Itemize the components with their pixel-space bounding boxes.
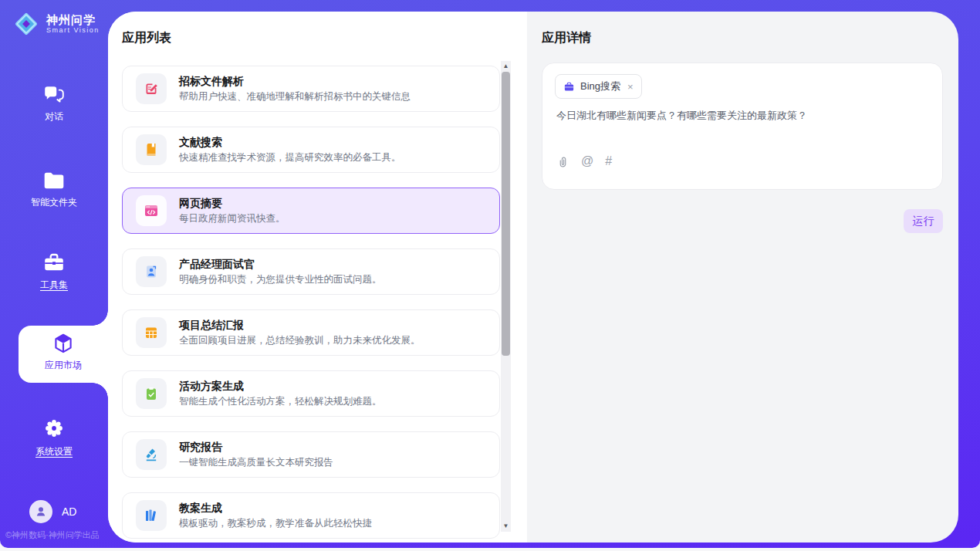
app-card-title: 网页摘要 (179, 197, 286, 210)
app-card-description: 快速精准查找学术资源，提高研究效率的必备工具。 (179, 152, 401, 164)
app-list-title: 应用列表 (122, 30, 171, 46)
run-button[interactable]: 运行 (904, 209, 943, 233)
account-name: AD (62, 505, 76, 518)
brand-subtitle: Smart Vision (46, 26, 100, 35)
account[interactable]: AD (29, 500, 76, 523)
icon-tile (136, 317, 167, 348)
content-area: 应用列表 招标文件解析 帮助用户快速、准确地理解和解析招标书中的关键信息 (108, 12, 958, 543)
app-card-title: 招标文件解析 (179, 75, 411, 88)
edit-document-icon (144, 81, 159, 96)
icon-tile (136, 500, 167, 531)
user-avatar-icon (34, 505, 48, 519)
sidebar-item-app-market[interactable]: 应用市场 (19, 326, 108, 383)
app-card-description: 模板驱动，教案秒成，教学准备从此轻松快捷 (179, 518, 372, 529)
scroll-up-icon[interactable]: ▲ (501, 61, 511, 72)
card-text: 研究报告 一键智能生成高质量长文本研究报告 (179, 441, 333, 468)
close-icon[interactable]: × (627, 81, 634, 93)
sidebar-item-settings[interactable]: 系统设置 (0, 417, 108, 458)
app-cards: 招标文件解析 帮助用户快速、准确地理解和解析招标书中的关键信息 文献搜索 (122, 66, 500, 543)
app-card-description: 智能生成个性化活动方案，轻松解决规划难题。 (179, 396, 382, 407)
books-icon (144, 508, 159, 523)
icon-tile (136, 256, 167, 287)
app-card-title: 教案生成 (179, 502, 372, 515)
microscope-icon (144, 447, 159, 462)
copyright-text: ©神州数码·神州问学出品 (5, 529, 100, 541)
icon-tile (136, 439, 167, 470)
app-card-description: 一键智能生成高质量长文本研究报告 (179, 457, 333, 468)
icon-tile (136, 195, 167, 226)
app-card-web-summary[interactable]: 网页摘要 每日政府新闻资讯快查。 (122, 188, 500, 234)
input-toolbar: @ # (556, 154, 612, 168)
app-card-research-report[interactable]: 研究报告 一键智能生成高质量长文本研究报告 (122, 431, 500, 478)
sidebar-item-label: 工具集 (0, 279, 108, 292)
sidebar-item-smart-folder[interactable]: 智能文件夹 (0, 171, 108, 209)
scrollbar[interactable]: ▲ ▼ (501, 61, 511, 532)
book-icon (144, 142, 159, 157)
card-text: 网页摘要 每日政府新闻资讯快查。 (179, 197, 286, 225)
window-bottom-edge (0, 548, 980, 551)
app-card-description: 每日政府新闻资讯快查。 (179, 213, 286, 225)
app-card-event-plan[interactable]: 活动方案生成 智能生成个性化活动方案，轻松解决规划难题。 (122, 370, 500, 417)
clipboard-check-icon (144, 386, 159, 401)
hash-icon[interactable]: # (605, 154, 612, 168)
sidebar: 神州问学 Smart Vision 对话 智能文件夹 工具 (0, 0, 108, 548)
card-text: 教案生成 模板驱动，教案秒成，教学准备从此轻松快捷 (179, 502, 372, 529)
app-list-panel: 应用列表 招标文件解析 帮助用户快速、准确地理解和解析招标书中的关键信息 (108, 12, 527, 543)
sidebar-item-label: 对话 (0, 110, 108, 123)
briefcase-icon (563, 81, 575, 93)
card-text: 活动方案生成 智能生成个性化活动方案，轻松解决规划难题。 (179, 380, 382, 407)
app-card-pm-interviewer[interactable]: 产品经理面试官 明确身份和职责，为您提供专业性的面试问题。 (122, 248, 500, 295)
card-text: 产品经理面试官 明确身份和职责，为您提供专业性的面试问题。 (179, 258, 382, 286)
sidebar-item-label: 智能文件夹 (0, 196, 108, 209)
cube-icon (52, 332, 75, 357)
card-text: 招标文件解析 帮助用户快速、准确地理解和解析招标书中的关键信息 (179, 75, 411, 103)
tool-tag-bing-search[interactable]: Bing搜索 × (555, 74, 642, 99)
app-card-project-summary[interactable]: 项目总结汇报 全面回顾项目进展，总结经验教训，助力未来优化发展。 (122, 309, 500, 356)
app-card-lesson-plan[interactable]: 教案生成 模板驱动，教案秒成，教学准备从此轻松快捷 (122, 492, 500, 539)
sidebar-item-chat[interactable]: 对话 (0, 83, 108, 123)
sidebar-item-label: 系统设置 (0, 445, 108, 458)
prompt-input[interactable]: 今日湖北有哪些新闻要点？有哪些需要关注的最新政策？ (556, 108, 931, 123)
gear-icon (42, 417, 66, 440)
app-detail-title: 应用详情 (542, 30, 591, 46)
diamond-logo-icon (12, 10, 40, 38)
app-frame: 神州问学 Smart Vision 对话 智能文件夹 工具 (0, 0, 980, 548)
app-card-title: 文献搜索 (179, 136, 401, 149)
webpage-code-icon (144, 203, 159, 218)
app-card-title: 研究报告 (179, 441, 333, 454)
app-card-description: 全面回顾项目进展，总结经验教训，助力未来优化发展。 (179, 335, 421, 346)
app-card-description: 帮助用户快速、准确地理解和解析招标书中的关键信息 (179, 91, 411, 103)
toolbox-icon (42, 252, 66, 273)
icon-tile (136, 134, 167, 165)
app-card-title: 产品经理面试官 (179, 258, 382, 271)
app-card-description: 明确身份和职责，为您提供专业性的面试问题。 (179, 274, 382, 286)
brand-text: 神州问学 Smart Vision (46, 13, 100, 35)
prompt-card: Bing搜索 × 今日湖北有哪些新闻要点？有哪些需要关注的最新政策？ @ # (542, 63, 943, 190)
tool-tag-label: Bing搜索 (580, 79, 620, 93)
folder-icon (42, 171, 66, 191)
summary-grid-icon (144, 325, 159, 340)
app-card-title: 活动方案生成 (179, 380, 382, 393)
avatar (29, 500, 52, 523)
app-detail-panel: 应用详情 Bing搜索 × 今日湖北有哪些新闻要点？有哪些需要关注的最新政策？ (527, 12, 958, 543)
scroll-down-icon[interactable]: ▼ (501, 521, 511, 532)
paperclip-icon[interactable] (556, 155, 569, 168)
app-card-literature-search[interactable]: 文献搜索 快速精准查找学术资源，提高研究效率的必备工具。 (122, 127, 500, 173)
card-text: 项目总结汇报 全面回顾项目进展，总结经验教训，助力未来优化发展。 (179, 319, 421, 346)
scrollbar-thumb[interactable] (502, 72, 510, 356)
at-icon[interactable]: @ (581, 154, 593, 168)
chat-icon (42, 83, 66, 105)
app-card-bid-parse[interactable]: 招标文件解析 帮助用户快速、准确地理解和解析招标书中的关键信息 (122, 66, 500, 112)
brand-name: 神州问学 (46, 13, 100, 26)
sidebar-item-label: 应用市场 (19, 359, 108, 372)
brand-logo: 神州问学 Smart Vision (12, 10, 100, 38)
icon-tile (136, 378, 167, 409)
app-card-title: 项目总结汇报 (179, 319, 421, 332)
interviewer-icon (144, 264, 159, 279)
icon-tile (136, 73, 167, 104)
sidebar-item-toolkit[interactable]: 工具集 (0, 252, 108, 292)
card-text: 文献搜索 快速精准查找学术资源，提高研究效率的必备工具。 (179, 136, 401, 164)
